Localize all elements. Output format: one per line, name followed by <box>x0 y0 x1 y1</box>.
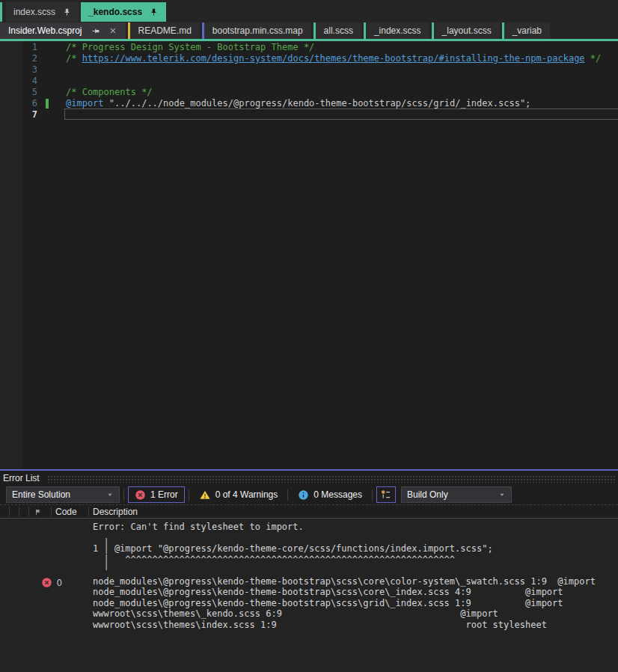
column-separator <box>88 507 89 516</box>
column-separator <box>9 507 10 516</box>
build-filter-dropdown[interactable]: Build Only <box>401 486 512 503</box>
code-token: */ <box>585 53 602 64</box>
code-token <box>104 98 109 109</box>
code-token: /* Progress Design System - Bootstrap Th… <box>66 42 314 52</box>
error-list-titlebar: Error List <box>0 471 618 485</box>
description-column-header[interactable]: Description <box>93 507 138 517</box>
severity-column-icon[interactable] <box>34 508 42 516</box>
pin-icon[interactable] <box>62 7 72 17</box>
line-number: 5 <box>0 87 37 98</box>
warnings-filter-button[interactable]: 0 of 4 Warnings <box>193 486 284 503</box>
info-icon <box>298 489 309 501</box>
tab-label: _index.scss <box>374 25 421 36</box>
toolbar-separator <box>123 489 124 501</box>
code-text: /* Progress Design System - Bootstrap Th… <box>66 42 314 53</box>
toolbar-separator <box>189 489 189 501</box>
tab-_kendo.scss[interactable]: _kendo.scss <box>81 2 166 22</box>
scope-dropdown[interactable]: Entire Solution <box>6 486 120 503</box>
tab-label: Insider.Web.csproj <box>8 25 82 36</box>
error-code-cell: 0 <box>57 578 62 588</box>
tab-_layout.scss[interactable]: _layout.scss <box>432 22 500 39</box>
line-number: 7 <box>0 109 37 120</box>
tab-_index.scss[interactable]: _index.scss <box>364 22 429 39</box>
error-grid-header: Code Description <box>0 504 618 519</box>
clipped-tab-accent <box>0 2 2 22</box>
code-editor[interactable]: 1/* Progress Design System - Bootstrap T… <box>0 41 618 469</box>
tab-README.md[interactable]: README.md <box>128 22 200 39</box>
line-number: 3 <box>0 64 37 76</box>
toolbar-separator <box>287 489 288 501</box>
error-icon <box>135 489 146 501</box>
panel-drag-grip[interactable] <box>47 475 615 483</box>
editor-line-2: 2/* https://www.telerik.com/design-syste… <box>0 53 618 64</box>
scope-dropdown-value: Entire Solution <box>12 489 70 500</box>
tab-row-2: Insider.Web.csprojREADME.mdbootstrap.min… <box>0 22 618 39</box>
code-column-header[interactable]: Code <box>55 507 77 517</box>
warnings-filter-label: 0 of 4 Warnings <box>215 489 278 500</box>
tab-all.scss[interactable]: all.scss <box>313 22 361 39</box>
tab-_variab[interactable]: _variab <box>502 22 550 39</box>
build-filter-value: Build Only <box>407 489 448 500</box>
tab-index.scss[interactable]: index.scss <box>6 2 79 22</box>
tab-label: _variab <box>513 25 542 36</box>
panel-title: Error List <box>3 473 40 483</box>
tab-bootstrap.min.css.map[interactable]: bootstrap.min.css.map <box>202 22 311 39</box>
chevron-down-icon <box>106 491 114 498</box>
tab-label: _layout.scss <box>442 25 492 36</box>
toolbar-separator <box>372 489 373 501</box>
tab-label: index.scss <box>13 7 55 17</box>
errors-filter-button[interactable]: 1 Error <box>128 486 185 503</box>
errors-filter-label: 1 Error <box>150 489 178 500</box>
change-tracking-indicator <box>46 99 49 109</box>
editor-line-5: 5/* Components */ <box>0 87 618 98</box>
editor-line-7: 7 <box>0 109 618 120</box>
line-number: 1 <box>0 42 37 53</box>
column-separator <box>28 507 29 516</box>
error-grid: 0 Error: Can't find stylesheet to import… <box>0 519 618 672</box>
warning-icon <box>199 489 211 501</box>
details-toggle-icon <box>380 489 392 501</box>
code-token: "../../../node_modules/@progress/kendo-t… <box>109 98 531 109</box>
editor-line-6: 6@import "../../../node_modules/@progres… <box>0 98 618 109</box>
tab-Insider.Web.csproj[interactable]: Insider.Web.csproj <box>0 22 126 39</box>
close-icon[interactable] <box>108 26 117 35</box>
pin-icon[interactable] <box>149 7 159 17</box>
code-token: @import <box>66 98 104 109</box>
editor-line-1: 1/* Progress Design System - Bootstrap T… <box>0 42 618 53</box>
tab-label: _kendo.scss <box>88 7 142 17</box>
code-text: /* https://www.telerik.com/design-system… <box>66 53 601 64</box>
editor-line-4: 4 <box>0 76 618 87</box>
messages-filter-button[interactable]: 0 Messages <box>292 486 368 503</box>
code-text: /* Components */ <box>66 87 153 98</box>
show-details-toggle-button[interactable] <box>376 486 396 503</box>
current-line-highlight <box>64 109 618 120</box>
pin-icon[interactable] <box>91 26 100 36</box>
code-token: /* Components */ <box>66 87 153 97</box>
line-number: 2 <box>0 53 37 64</box>
code-text: @import "../../../node_modules/@progress… <box>66 98 530 109</box>
code-token: /* <box>66 53 82 64</box>
editor-line-3: 3 <box>0 64 618 76</box>
error-description-cell: Error: Can't find stylesheet to import. … <box>93 522 596 630</box>
tab-label: README.md <box>138 25 192 36</box>
error-list-toolbar: Entire Solution 1 Error 0 of 4 Warnings … <box>0 485 618 504</box>
tab-row-1: index.scss_kendo.scss <box>0 0 618 22</box>
error-list-panel: Error List Entire Solution 1 Error 0 of … <box>0 471 618 672</box>
column-separator <box>19 507 19 516</box>
error-icon <box>41 577 52 588</box>
line-number: 6 <box>0 98 37 109</box>
column-separator <box>51 507 52 516</box>
tab-label: all.scss <box>324 25 353 36</box>
line-number: 4 <box>0 76 37 87</box>
chevron-down-icon <box>498 491 506 498</box>
url-link[interactable]: https://www.telerik.com/design-system/do… <box>82 53 585 64</box>
document-tab-strip: index.scss_kendo.scss Insider.Web.csproj… <box>0 0 618 41</box>
tab-label: bootstrap.min.css.map <box>212 25 303 36</box>
messages-filter-label: 0 Messages <box>313 489 362 500</box>
